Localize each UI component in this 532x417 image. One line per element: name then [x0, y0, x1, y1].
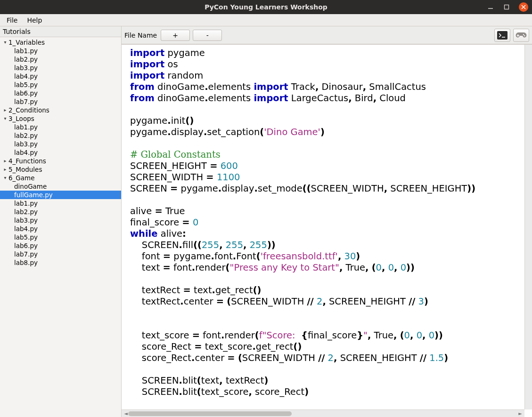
tree-file-label: lab1.py	[14, 199, 38, 208]
tree-file[interactable]: lab2.py	[0, 55, 121, 64]
scroll-left-icon[interactable]: ◄	[123, 411, 129, 416]
terminal-icon	[497, 31, 507, 40]
tree-folder[interactable]: ▾1_Variables	[0, 38, 121, 47]
tree-file[interactable]: lab1.py	[0, 123, 121, 131]
svg-point-9	[524, 35, 525, 36]
gamepad-icon	[515, 31, 527, 40]
sidebar: Tutorials ▾1_Variableslab1.pylab2.pylab3…	[0, 26, 122, 417]
menu-file[interactable]: File	[3, 16, 21, 25]
svg-rect-1	[505, 5, 509, 9]
tree-file-label: lab2.py	[14, 208, 38, 216]
chevron-down-icon[interactable]: ▾	[2, 174, 8, 182]
tree-file-label: lab1.py	[14, 123, 38, 131]
tree-file[interactable]: lab7.py	[0, 97, 121, 106]
tree-file[interactable]: fullGame.py	[0, 191, 121, 199]
tree-file[interactable]: lab6.py	[0, 241, 121, 250]
tree-file[interactable]: lab2.py	[0, 131, 121, 140]
svg-rect-4	[497, 31, 507, 40]
tree-file-label: lab3.py	[14, 64, 38, 72]
tree-file[interactable]: lab3.py	[0, 216, 121, 225]
zoom-in-button[interactable]: +	[161, 30, 190, 41]
tree-file-label: lab5.py	[14, 80, 38, 89]
file-tree[interactable]: ▾1_Variableslab1.pylab2.pylab3.pylab4.py…	[0, 37, 121, 417]
editor-toolbar: File Name + -	[122, 26, 532, 44]
tree-file[interactable]: lab5.py	[0, 233, 121, 241]
tree-file[interactable]: lab7.py	[0, 250, 121, 258]
tree-folder[interactable]: ▾3_Loops	[0, 114, 121, 123]
tree-file-label: lab7.py	[14, 250, 38, 258]
chevron-right-icon[interactable]: ▸	[2, 157, 8, 165]
tree-file[interactable]: lab4.py	[0, 148, 121, 157]
tree-folder-label: 6_Game	[8, 174, 35, 182]
tree-file[interactable]: lab5.py	[0, 80, 121, 89]
chevron-down-icon[interactable]: ▾	[2, 114, 8, 123]
tree-file[interactable]: lab4.py	[0, 72, 121, 80]
tree-file-label: lab4.py	[14, 148, 38, 157]
tree-folder-label: 5_Modules	[8, 165, 42, 174]
window-titlebar: PyCon Young Learners Workshop	[0, 0, 532, 14]
tree-file-label: lab3.py	[14, 216, 38, 225]
tree-file-label: lab6.py	[14, 89, 38, 97]
window-title: PyCon Young Learners Workshop	[205, 3, 327, 11]
tree-folder[interactable]: ▸4_Functions	[0, 157, 121, 165]
tree-file-label: lab2.py	[14, 131, 38, 140]
run-game-button[interactable]	[513, 29, 529, 42]
code-editor[interactable]: import pygame import os import random fr…	[122, 45, 524, 408]
tree-file[interactable]: lab3.py	[0, 64, 121, 72]
tree-file[interactable]: lab1.py	[0, 47, 121, 55]
tree-file[interactable]: lab8.py	[0, 258, 121, 267]
tree-folder-label: 2_Conditions	[8, 106, 49, 114]
tree-folder-label: 3_Loops	[8, 114, 34, 123]
minimize-button[interactable]	[487, 3, 494, 11]
tree-folder-label: 4_Functions	[8, 157, 46, 165]
tree-file[interactable]: lab1.py	[0, 199, 121, 208]
scroll-right-icon[interactable]: ►	[517, 411, 524, 416]
tree-file-label: lab7.py	[14, 97, 38, 106]
maximize-button[interactable]	[503, 3, 510, 11]
tree-file-label: lab2.py	[14, 55, 38, 64]
chevron-right-icon[interactable]: ▸	[2, 106, 8, 114]
chevron-right-icon[interactable]: ▸	[2, 165, 8, 174]
tree-file-label: lab3.py	[14, 140, 38, 148]
svg-point-8	[523, 34, 524, 35]
vertical-scrollbar[interactable]	[524, 45, 532, 409]
scrollbar-thumb[interactable]	[128, 411, 292, 416]
tree-folder[interactable]: ▸5_Modules	[0, 165, 121, 174]
tree-file-label: lab5.py	[14, 233, 38, 241]
run-terminal-button[interactable]	[494, 29, 510, 42]
tree-file-label: dinoGame	[14, 182, 47, 191]
tree-file[interactable]: dinoGame	[0, 182, 121, 191]
menu-bar: File Help	[0, 14, 532, 26]
tree-file-label: fullGame.py	[14, 191, 53, 199]
close-button[interactable]	[519, 2, 528, 12]
menu-help[interactable]: Help	[23, 16, 46, 25]
tree-file[interactable]: lab6.py	[0, 89, 121, 97]
chevron-down-icon[interactable]: ▾	[2, 38, 8, 47]
tree-folder[interactable]: ▸2_Conditions	[0, 106, 121, 114]
tree-file[interactable]: lab3.py	[0, 140, 121, 148]
tree-folder[interactable]: ▾6_Game	[0, 174, 121, 182]
file-name-label: File Name	[124, 32, 157, 39]
tree-file-label: lab6.py	[14, 241, 38, 250]
tree-file-label: lab4.py	[14, 225, 38, 233]
sidebar-header: Tutorials	[0, 26, 121, 37]
tree-file-label: lab1.py	[14, 47, 38, 55]
tree-file[interactable]: lab2.py	[0, 208, 121, 216]
svg-rect-7	[517, 35, 519, 36]
zoom-out-button[interactable]: -	[193, 30, 222, 41]
tree-file[interactable]: lab4.py	[0, 225, 121, 233]
tree-file-label: lab4.py	[14, 72, 38, 80]
tree-folder-label: 1_Variables	[8, 38, 45, 47]
tree-file-label: lab8.py	[14, 258, 38, 267]
horizontal-scrollbar[interactable]: ◄ ►	[122, 409, 524, 417]
